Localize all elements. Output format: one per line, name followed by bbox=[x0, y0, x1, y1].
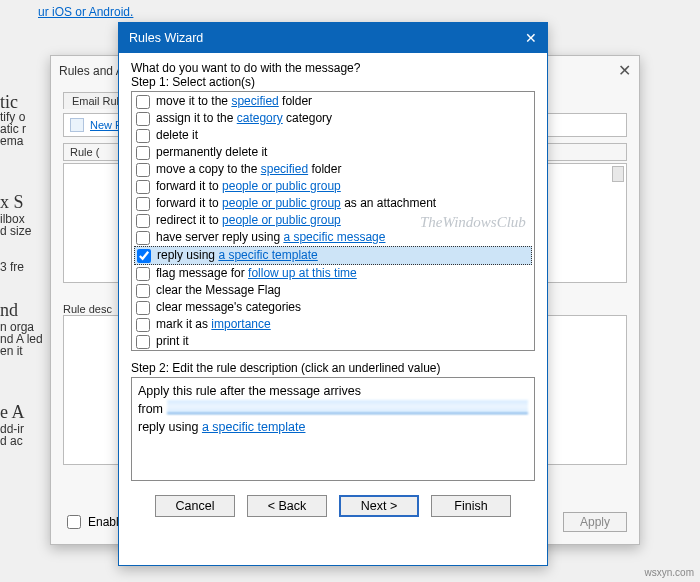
action-checkbox[interactable] bbox=[136, 112, 150, 126]
action-play-sound[interactable]: play a sound bbox=[134, 350, 532, 351]
action-link[interactable]: people or public group bbox=[222, 196, 341, 210]
action-redirect[interactable]: redirect it to people or public group bbox=[134, 212, 532, 229]
action-checkbox[interactable] bbox=[136, 284, 150, 298]
action-checkbox[interactable] bbox=[136, 214, 150, 228]
action-text: forward it to bbox=[156, 196, 222, 210]
action-text: assign it to the bbox=[156, 111, 237, 125]
action-checkbox[interactable] bbox=[136, 163, 150, 177]
step1-label: Step 1: Select action(s) bbox=[131, 75, 535, 89]
action-checkbox[interactable] bbox=[136, 180, 150, 194]
action-reply-template[interactable]: reply using a specific template bbox=[134, 246, 532, 265]
action-link[interactable]: category bbox=[237, 111, 283, 125]
action-permanently-delete[interactable]: permanently delete it bbox=[134, 144, 532, 161]
desc-from-value[interactable] bbox=[167, 400, 528, 414]
close-icon[interactable]: ✕ bbox=[525, 30, 537, 46]
action-forward-attachment[interactable]: forward it to people or public group as … bbox=[134, 195, 532, 212]
action-print[interactable]: print it bbox=[134, 333, 532, 350]
step2-description-box: Apply this rule after the message arrive… bbox=[131, 377, 535, 481]
enable-checkbox[interactable] bbox=[67, 515, 81, 529]
action-forward[interactable]: forward it to people or public group bbox=[134, 178, 532, 195]
rules-alerts-title: Rules and A bbox=[59, 56, 124, 86]
bg-text: d ac bbox=[0, 434, 23, 448]
action-link[interactable]: specified bbox=[231, 94, 278, 108]
action-text: clear the Message Flag bbox=[156, 282, 281, 299]
credit-text: wsxyn.com bbox=[645, 567, 694, 578]
bg-text: nd bbox=[0, 300, 18, 321]
apply-button[interactable]: Apply bbox=[563, 512, 627, 532]
action-checkbox[interactable] bbox=[136, 129, 150, 143]
action-text: folder bbox=[308, 162, 341, 176]
action-checkbox[interactable] bbox=[136, 318, 150, 332]
desc-line2-prefix: from bbox=[138, 400, 163, 418]
action-move-to-folder[interactable]: move it to the specified folder bbox=[134, 93, 532, 110]
back-button[interactable]: < Back bbox=[247, 495, 327, 517]
action-checkbox[interactable] bbox=[136, 335, 150, 349]
bg-text: x S bbox=[0, 192, 24, 213]
action-text: move it to the bbox=[156, 94, 231, 108]
action-link[interactable]: a specific template bbox=[218, 248, 317, 262]
action-server-reply[interactable]: have server reply using a specific messa… bbox=[134, 229, 532, 246]
action-text: flag message for bbox=[156, 266, 248, 280]
wizard-title: Rules Wizard bbox=[129, 31, 203, 45]
action-mark-importance[interactable]: mark it as importance bbox=[134, 316, 532, 333]
new-rule-icon[interactable] bbox=[70, 118, 84, 132]
action-text: reply using bbox=[157, 248, 218, 262]
bg-text: en it bbox=[0, 344, 23, 358]
rules-wizard-dialog: Rules Wizard ✕ What do you want to do wi… bbox=[118, 22, 548, 566]
action-checkbox[interactable] bbox=[136, 197, 150, 211]
action-text: redirect it to bbox=[156, 213, 222, 227]
bg-link[interactable]: ur iOS or Android. bbox=[38, 5, 133, 19]
desc-template-link[interactable]: a specific template bbox=[202, 420, 306, 434]
action-text: permanently delete it bbox=[156, 144, 267, 161]
action-clear-flag[interactable]: clear the Message Flag bbox=[134, 282, 532, 299]
action-checkbox[interactable] bbox=[136, 267, 150, 281]
finish-button[interactable]: Finish bbox=[431, 495, 511, 517]
action-link[interactable]: follow up at this time bbox=[248, 266, 357, 280]
action-clear-categories[interactable]: clear message's categories bbox=[134, 299, 532, 316]
action-text: print it bbox=[156, 333, 189, 350]
action-link[interactable]: people or public group bbox=[222, 213, 341, 227]
close-icon[interactable]: ✕ bbox=[618, 56, 631, 86]
step2-label: Step 2: Edit the rule description (click… bbox=[131, 361, 535, 375]
action-checkbox[interactable] bbox=[136, 95, 150, 109]
wizard-button-row: Cancel < Back Next > Finish bbox=[131, 495, 535, 517]
action-link[interactable]: people or public group bbox=[222, 179, 341, 193]
action-text: as an attachment bbox=[341, 196, 436, 210]
action-text: mark it as bbox=[156, 317, 211, 331]
bg-text: 3 fre bbox=[0, 260, 24, 274]
action-text: folder bbox=[279, 94, 312, 108]
enable-rules-checkbox[interactable]: Enable bbox=[63, 512, 125, 532]
action-delete[interactable]: delete it bbox=[134, 127, 532, 144]
next-button[interactable]: Next > bbox=[339, 495, 419, 517]
action-link[interactable]: importance bbox=[211, 317, 270, 331]
action-text: have server reply using bbox=[156, 230, 283, 244]
cancel-button[interactable]: Cancel bbox=[155, 495, 235, 517]
action-checkbox[interactable] bbox=[137, 249, 151, 263]
action-text: delete it bbox=[156, 127, 198, 144]
desc-line1: Apply this rule after the message arrive… bbox=[138, 382, 528, 400]
action-checkbox[interactable] bbox=[136, 231, 150, 245]
action-link[interactable]: a specific message bbox=[283, 230, 385, 244]
action-text: move a copy to the bbox=[156, 162, 261, 176]
bg-text: d size bbox=[0, 224, 31, 238]
action-checkbox[interactable] bbox=[136, 301, 150, 315]
action-text: forward it to bbox=[156, 179, 222, 193]
desc-line3-prefix: reply using bbox=[138, 420, 202, 434]
step1-actions-list[interactable]: move it to the specified folder assign i… bbox=[131, 91, 535, 351]
new-rule-link[interactable]: New F bbox=[90, 119, 122, 131]
action-text: category bbox=[283, 111, 332, 125]
action-link[interactable]: specified bbox=[261, 162, 308, 176]
action-move-copy[interactable]: move a copy to the specified folder bbox=[134, 161, 532, 178]
wizard-titlebar[interactable]: Rules Wizard ✕ bbox=[119, 23, 547, 53]
action-checkbox[interactable] bbox=[136, 146, 150, 160]
action-text: clear message's categories bbox=[156, 299, 301, 316]
wizard-question: What do you want to do with the message? bbox=[131, 61, 535, 75]
bg-text: ema bbox=[0, 134, 23, 148]
action-flag-followup[interactable]: flag message for follow up at this time bbox=[134, 265, 532, 282]
action-assign-category[interactable]: assign it to the category category bbox=[134, 110, 532, 127]
bg-text: e A bbox=[0, 402, 25, 423]
scroll-up-icon[interactable] bbox=[612, 166, 624, 182]
